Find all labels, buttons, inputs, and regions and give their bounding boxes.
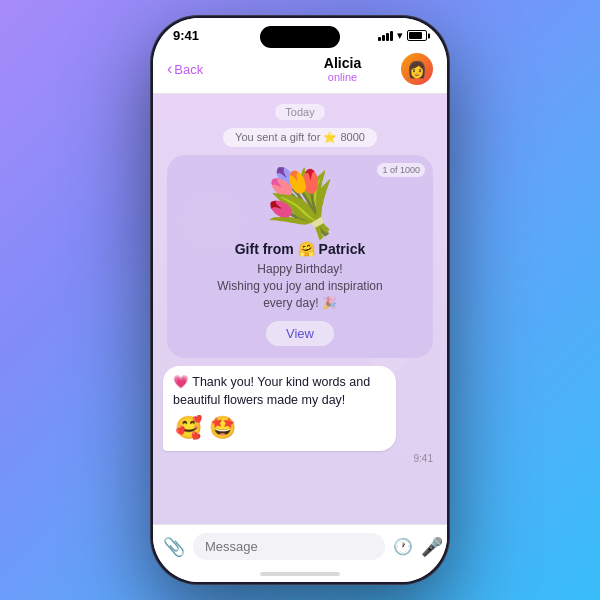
contact-status: online (284, 71, 401, 83)
bubble-emojis: 🥰 🤩 (173, 413, 386, 443)
contact-avatar[interactable]: 👩 (401, 53, 433, 85)
nav-center: Alicia online (284, 55, 401, 83)
gift-emoji: 💐 (260, 171, 340, 235)
phone-screen: 9:41 ▾ ‹ Back Alicia online 👩 (153, 18, 447, 582)
gift-message-line3: every day! 🎉 (263, 296, 337, 310)
status-icons: ▾ (378, 29, 427, 42)
dynamic-island (260, 26, 340, 48)
message-input[interactable] (193, 533, 385, 560)
signal-bars-icon (378, 31, 393, 41)
date-divider: Today (275, 104, 324, 120)
emoji-sticker-1: 🥰 (173, 413, 203, 443)
status-bar: 9:41 ▾ (153, 18, 447, 47)
battery-icon (407, 30, 427, 41)
nav-bar: ‹ Back Alicia online 👩 (153, 47, 447, 94)
home-bar (260, 572, 340, 576)
gift-card: 1 of 1000 💐 Gift from 🤗 Patrick Happy Bi… (167, 155, 433, 358)
system-message-text: You sent a gift for ⭐ 8000 (235, 131, 365, 143)
back-label: Back (174, 62, 203, 77)
gift-message-line1: Happy Birthday! (257, 262, 342, 276)
gift-title: Gift from 🤗 Patrick (235, 241, 366, 257)
back-button[interactable]: ‹ Back (167, 62, 284, 77)
gift-message-line2: Wishing you joy and inspiration (217, 279, 382, 293)
system-message: You sent a gift for ⭐ 8000 (223, 128, 377, 147)
bubble-text: 💗 Thank you! Your kind words and beautif… (173, 375, 370, 407)
bubble-time: 9:41 (414, 453, 437, 464)
phone-frame: 9:41 ▾ ‹ Back Alicia online 👩 (150, 15, 450, 585)
chat-bubble: 💗 Thank you! Your kind words and beautif… (163, 366, 396, 451)
contact-name: Alicia (284, 55, 401, 71)
status-time: 9:41 (173, 28, 199, 43)
chat-area: Today You sent a gift for ⭐ 8000 1 of 10… (153, 94, 447, 524)
chat-bubble-row: 💗 Thank you! Your kind words and beautif… (163, 366, 437, 464)
gift-message: Happy Birthday! Wishing you joy and insp… (217, 261, 382, 311)
microphone-icon[interactable]: 🎤 (421, 536, 443, 558)
attach-icon[interactable]: 📎 (163, 536, 185, 558)
gift-badge: 1 of 1000 (377, 163, 425, 177)
chevron-left-icon: ‹ (167, 61, 172, 77)
clock-icon[interactable]: 🕐 (393, 537, 413, 556)
input-bar: 📎 🕐 🎤 (153, 524, 447, 568)
view-gift-button[interactable]: View (266, 321, 334, 346)
home-indicator (153, 568, 447, 582)
wifi-icon: ▾ (397, 29, 403, 42)
emoji-sticker-2: 🤩 (207, 413, 237, 443)
